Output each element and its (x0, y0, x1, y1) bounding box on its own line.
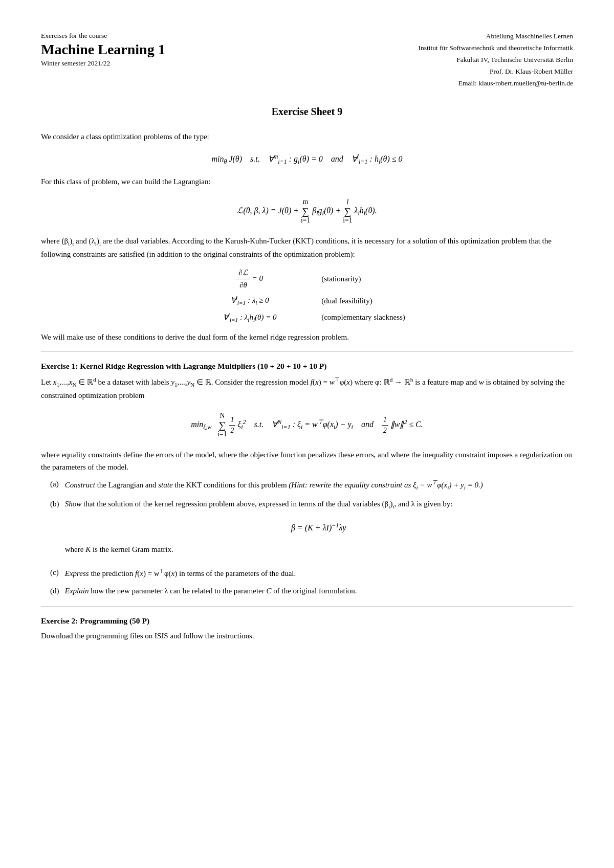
exercise1-section: Exercise 1: Kernel Ridge Regression with… (41, 360, 573, 596)
exercise2-text: Download the programming files on ISIS a… (41, 630, 573, 642)
kkt-conditions-table: ∂ℒ ∂θ = 0 (stationarity) ∀li=1 : λi ≥ 0 … (193, 265, 421, 326)
exercise2-title: Exercise 2: Programming (50 P) (41, 615, 573, 627)
part-d-label: (d) (50, 585, 63, 597)
opt-formula: minθ J(θ) s.t. ∀mi=1 : gi(θ) = 0 and ∀li… (211, 154, 402, 163)
course-title: Machine Learning 1 (41, 41, 165, 58)
beta-formula: β = (K + λI)−1λy (65, 520, 573, 533)
semester: Winter semester 2021/22 (41, 58, 165, 69)
part-b-where-k: where K is the kernel Gram matrix. (65, 543, 573, 555)
header-right: Abteilung Maschinelles Lernen Institut f… (418, 31, 573, 90)
stationarity-eq: ∂ℒ ∂θ = 0 (193, 265, 306, 292)
intro-text: We consider a class optimization problem… (41, 130, 573, 143)
condition-stationarity: ∂ℒ ∂θ = 0 (stationarity) (193, 265, 421, 292)
exercise1-title: Exercise 1: Kernel Ridge Regression with… (41, 360, 573, 372)
stationarity-label: (stationarity) (306, 265, 421, 292)
part-a-label: (a) (50, 478, 63, 490)
part-c-label: (c) (50, 567, 63, 578)
lagrangian-text: For this class of problem, we can build … (41, 175, 573, 188)
condition-dual-feasibility: ∀li=1 : λi ≥ 0 (dual feasibility) (193, 292, 421, 309)
part-b-content: Show that the solution of the kernel reg… (65, 498, 573, 560)
exercise1-part-d: (d) Explain how the new parameter λ can … (41, 585, 573, 597)
course-label: Exercises for the course (41, 31, 165, 41)
institution-line5: Email: klaus-robert.mueller@tu-berlin.de (418, 78, 573, 90)
part-a-italic: Construct (65, 481, 95, 489)
exercise1-where-text: where equality constraints define the er… (41, 449, 573, 473)
dual-feasibility-label: (dual feasibility) (306, 292, 421, 309)
exercise2-section: Exercise 2: Programming (50 P) Download … (41, 615, 573, 642)
institution-line2: Institut für Softwaretechnik und theoret… (418, 42, 573, 54)
header-left: Exercises for the course Machine Learnin… (41, 31, 165, 69)
part-b-label: (b) (50, 498, 63, 510)
part-c-content: Express the prediction f(x) = w⊤φ(x) in … (65, 567, 573, 580)
part-a-content: Construct the Lagrangian and state the K… (65, 478, 573, 492)
dual-vars-text: where (βi)i and (λi)i are the dual varia… (41, 235, 573, 260)
lagrangian-formula: ℒ(θ, β, λ) = J(θ) + m ∑ i=1 βigi(θ) + l … (41, 197, 573, 226)
comp-slackness-eq: ∀li=1 : λihi(θ) = 0 (193, 309, 306, 326)
kkt-intro: We will make use of these conditions to … (41, 331, 573, 343)
optimization-problem: minθ J(θ) s.t. ∀mi=1 : gi(θ) = 0 and ∀li… (41, 152, 573, 167)
institution-line1: Abteilung Maschinelles Lernen (418, 31, 573, 42)
comp-slackness-label: (complementary slackness) (306, 309, 421, 326)
exercise1-part-b: (b) Show that the solution of the kernel… (41, 498, 573, 560)
condition-complementary-slackness: ∀li=1 : λihi(θ) = 0 (complementary slack… (193, 309, 421, 326)
min-formula: minξ,w N ∑ i=1 1 2 ξi2 s.t. ∀Ni=1 : ξi =… (41, 411, 573, 439)
dual-feasibility-eq: ∀li=1 : λi ≥ 0 (193, 292, 306, 309)
institution-line3: Fakultät IV, Technische Universität Berl… (418, 54, 573, 66)
exercise1-intro: Let x1,...,xN ∈ ℝd be a dataset with lab… (41, 375, 573, 402)
exercise1-part-a: (a) Construct the Lagrangian and state t… (41, 478, 573, 492)
part-d-content: Explain how the new parameter λ can be r… (65, 585, 573, 597)
section-divider (41, 351, 573, 352)
page-header: Exercises for the course Machine Learnin… (41, 31, 573, 90)
section-divider-2 (41, 606, 573, 607)
exercise1-part-c: (c) Express the prediction f(x) = w⊤φ(x)… (41, 567, 573, 580)
sheet-title: Exercise Sheet 9 (41, 104, 573, 119)
institution-line4: Prof. Dr. Klaus-Robert Müller (418, 66, 573, 78)
